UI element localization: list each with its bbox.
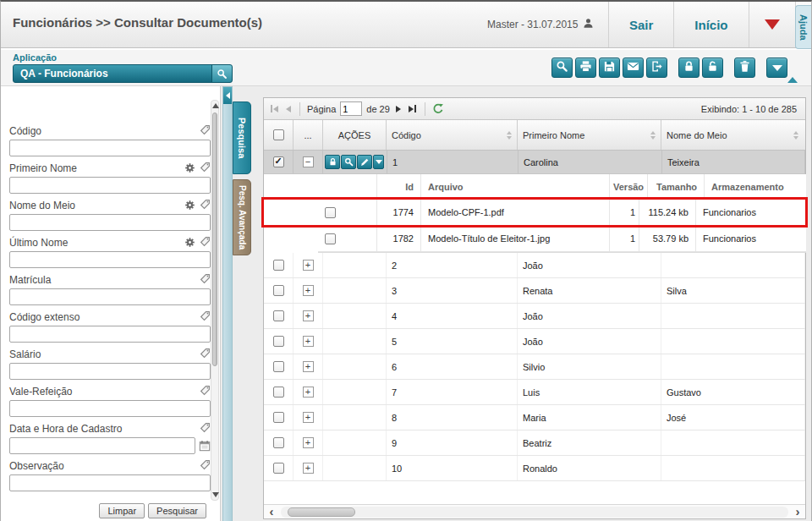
page-number-input[interactable]: [340, 101, 362, 116]
subgrid-column-armazenamento[interactable]: Armazenamento: [705, 174, 806, 199]
scroll-left-icon[interactable]: ‹: [264, 506, 279, 518]
sort-icon[interactable]: [793, 131, 798, 140]
sidebar-collapse-strip[interactable]: [222, 86, 233, 521]
expand-icon[interactable]: [303, 310, 314, 321]
pesquisar-button[interactable]: Pesquisar: [148, 503, 206, 518]
lock-button[interactable]: [678, 58, 700, 78]
row-checkbox[interactable]: [273, 463, 284, 474]
subgrid-column-tamanho[interactable]: Tamanho: [648, 174, 705, 199]
row-checkbox[interactable]: [273, 156, 284, 167]
search-field-input[interactable]: [9, 363, 211, 380]
document-checkbox[interactable]: [325, 233, 336, 244]
scroll-right-icon[interactable]: ›: [790, 506, 805, 518]
scrollbar-thumb[interactable]: [288, 507, 355, 517]
document-row[interactable]: 1782 Modelo-Título de Eleitor-1.jpg 1 53…: [318, 226, 806, 252]
row-checkbox[interactable]: [273, 336, 284, 347]
mail-button[interactable]: [623, 58, 644, 78]
tag-icon[interactable]: [200, 162, 211, 175]
select-all-checkbox[interactable]: [273, 129, 284, 140]
inicio-button[interactable]: Início: [673, 2, 748, 47]
table-row[interactable]: 7 Luis Gustavo: [264, 380, 805, 405]
table-row[interactable]: 6 Silvio: [264, 354, 805, 380]
table-row[interactable]: 5 João: [264, 329, 805, 354]
print-button[interactable]: [575, 58, 596, 78]
column-nome-do-meio[interactable]: Nome do Meio: [661, 120, 805, 150]
last-page-icon[interactable]: [407, 103, 418, 114]
search-field-input[interactable]: [9, 214, 211, 231]
horizontal-scrollbar[interactable]: ‹ ›: [264, 504, 805, 518]
table-row[interactable]: 8 Maria José: [264, 405, 805, 431]
search-field-input[interactable]: [9, 474, 211, 491]
cell-arquivo[interactable]: Modelo-Título de Eleitor-1.jpg: [421, 226, 610, 251]
quick-menu-button[interactable]: [749, 2, 796, 47]
save-button[interactable]: [599, 58, 620, 78]
column-primeiro-nome[interactable]: Primeiro Nome: [518, 120, 661, 150]
scroll-up-icon[interactable]: [212, 103, 219, 108]
action-edit-button[interactable]: [357, 155, 372, 169]
tag-icon[interactable]: [200, 422, 211, 436]
search-field-input[interactable]: [9, 140, 211, 156]
export-button[interactable]: [646, 58, 667, 78]
tab-pesq-avancada[interactable]: Pesq. Avançada: [233, 179, 251, 255]
tag-icon[interactable]: [200, 236, 211, 250]
table-row[interactable]: 4 João: [264, 304, 805, 329]
table-row[interactable]: 10 Ronaldo: [264, 456, 805, 481]
expand-icon[interactable]: [303, 412, 314, 423]
expand-icon[interactable]: [303, 463, 314, 474]
tag-icon[interactable]: [200, 385, 211, 398]
scroll-down-icon[interactable]: [212, 492, 219, 497]
action-lock-button[interactable]: [325, 155, 340, 169]
row-checkbox[interactable]: [273, 361, 284, 372]
search-field-input[interactable]: [9, 288, 211, 305]
tag-icon[interactable]: [200, 348, 211, 361]
user-menu[interactable]: Master - 31.07.2015: [487, 18, 594, 31]
subgrid-column-versao[interactable]: Versão: [610, 174, 648, 199]
row-checkbox[interactable]: [273, 437, 284, 448]
application-search-button[interactable]: [211, 65, 232, 82]
tag-icon[interactable]: [200, 310, 211, 324]
application-select[interactable]: QA - Funcionários: [13, 64, 233, 83]
unlock-button[interactable]: [702, 58, 723, 78]
cell-arquivo[interactable]: Modelo-CPF-1.pdf: [421, 200, 610, 225]
scrollbar-track[interactable]: [281, 507, 788, 518]
column-dots[interactable]: ...: [294, 120, 323, 150]
expand-icon[interactable]: [303, 387, 314, 398]
scrollbar-thumb[interactable]: [212, 112, 217, 366]
expand-icon[interactable]: [303, 336, 314, 347]
tag-icon[interactable]: [200, 199, 211, 212]
search-field-input[interactable]: [9, 437, 195, 454]
row-checkbox[interactable]: [273, 310, 284, 321]
action-view-button[interactable]: [341, 155, 356, 169]
subgrid-column-id[interactable]: Id: [377, 174, 421, 199]
document-checkbox[interactable]: [325, 207, 336, 218]
search-field-input[interactable]: [9, 400, 211, 417]
row-checkbox[interactable]: [273, 285, 284, 296]
document-row[interactable]: 1774 Modelo-CPF-1.pdf 1 115.24 kb Funcio…: [318, 200, 806, 226]
expand-icon[interactable]: [303, 260, 314, 271]
subgrid-column-arquivo[interactable]: Arquivo: [421, 174, 610, 199]
tag-icon[interactable]: [200, 459, 211, 473]
action-menu-button[interactable]: [373, 155, 384, 169]
collapse-icon[interactable]: [303, 156, 314, 167]
collapse-up-arrow[interactable]: [787, 77, 798, 83]
table-row[interactable]: 2 João: [264, 253, 805, 278]
sidebar-scrollbar[interactable]: [211, 100, 219, 501]
more-actions-button[interactable]: [766, 58, 787, 78]
collapse-panel-button[interactable]: [223, 87, 232, 104]
expand-icon[interactable]: [303, 437, 314, 448]
calendar-icon[interactable]: [199, 440, 211, 452]
row-checkbox[interactable]: [273, 260, 284, 271]
tag-icon[interactable]: [200, 273, 211, 287]
gear-icon[interactable]: [184, 162, 195, 173]
tab-pesquisa[interactable]: Pesquisa: [233, 101, 251, 174]
next-page-icon[interactable]: [394, 104, 403, 114]
column-codigo[interactable]: Código: [387, 120, 518, 150]
search-field-input[interactable]: [9, 251, 211, 268]
table-row[interactable]: 3 Renata Silva: [264, 278, 805, 304]
search-field-input[interactable]: [9, 177, 211, 194]
search-field-input[interactable]: [9, 326, 211, 343]
gear-icon[interactable]: [184, 237, 195, 248]
table-row-selected[interactable]: 1 Carolina Teixeira: [264, 151, 805, 174]
sair-button[interactable]: Sair: [608, 2, 673, 47]
limpar-button[interactable]: Limpar: [99, 503, 145, 518]
